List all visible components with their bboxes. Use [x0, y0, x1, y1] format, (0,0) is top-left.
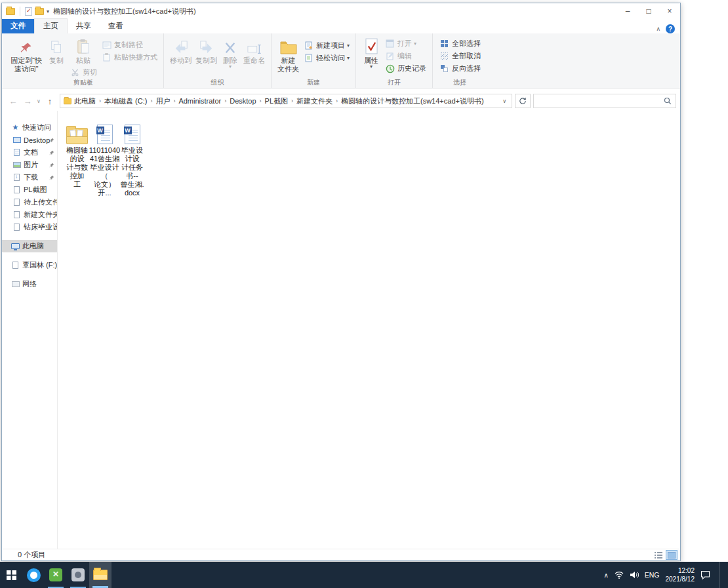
taskbar-file-explorer-button[interactable]: [89, 562, 111, 588]
search-input[interactable]: [538, 97, 664, 105]
properties-chevron-icon: ▾: [370, 65, 373, 69]
tab-file[interactable]: 文件: [2, 19, 34, 33]
copy-path-button[interactable]: 复制路径: [99, 39, 159, 51]
minimize-button[interactable]: –: [617, 3, 638, 19]
sidebar-item-quick-access[interactable]: ★ 快速访问: [2, 121, 57, 134]
select-group-label: 选择: [433, 78, 487, 87]
new-item-button[interactable]: 新建项目 ▾: [301, 39, 352, 52]
system-tray: ∧ ENG 12:02 2021/8/12: [603, 562, 728, 588]
clock-date: 2021/8/12: [666, 575, 695, 583]
move-to-icon: [174, 37, 188, 54]
cut-button[interactable]: 剪切: [68, 66, 99, 79]
tab-view[interactable]: 查看: [100, 19, 132, 33]
customize-qat-chevron-icon[interactable]: ▾: [47, 9, 49, 14]
desktop-icon: [12, 136, 21, 144]
breadcrumb-pl-screenshot[interactable]: PL截图: [263, 96, 290, 106]
wifi-icon[interactable]: [615, 571, 624, 579]
history-button[interactable]: 历史记录: [382, 62, 428, 75]
volume-icon[interactable]: [630, 571, 639, 579]
sidebar-item-desktop[interactable]: Desktop: [2, 134, 57, 146]
delete-chevron-icon: ▾: [229, 65, 232, 69]
clock[interactable]: 12:02 2021/8/12: [666, 566, 695, 583]
sidebar-item-pictures[interactable]: 图片: [2, 159, 57, 171]
move-to-label: 移动到: [170, 56, 192, 65]
copy-button[interactable]: 复制: [45, 36, 68, 66]
file-list: 椭圆轴的设 计与数控加 工 W 11011040 41曾生湘 毕业设计（ 论文）…: [58, 111, 680, 549]
collapse-ribbon-icon[interactable]: ∧: [656, 26, 660, 32]
tray-expand-chevron-icon[interactable]: ∧: [603, 572, 608, 579]
sidebar-item-new-folder[interactable]: 新建文件夹: [2, 208, 57, 221]
breadcrumb-current-folder[interactable]: 椭圆轴的设计与数控加工(sw14+cad+说明书): [339, 96, 486, 106]
close-button[interactable]: ×: [659, 3, 680, 19]
file-item-word-doc-2[interactable]: W 毕业设计设 计任务书-- 曾生湘. docx: [119, 117, 146, 197]
delete-button[interactable]: 删除 ▾: [219, 36, 241, 70]
invert-selection-button[interactable]: 反向选择: [437, 62, 483, 75]
breadcrumb-local-disk-c[interactable]: 本地磁盘 (C:): [102, 96, 149, 106]
up-icon[interactable]: ↑: [43, 96, 57, 106]
back-icon[interactable]: ←: [6, 96, 20, 106]
select-all-icon: [439, 39, 450, 49]
thumbnail-view-icon[interactable]: [666, 550, 677, 560]
drive-label: 覃国林 (F:): [22, 260, 57, 270]
taskbar-green-app-button[interactable]: [45, 562, 67, 588]
sidebar-item-documents[interactable]: 文档: [2, 146, 57, 159]
paste-shortcut-button[interactable]: 粘贴快捷方式: [99, 51, 159, 64]
tab-share[interactable]: 共享: [68, 19, 100, 33]
paste-label: 粘贴: [76, 56, 91, 65]
file-item-word-doc-1[interactable]: W 11011040 41曾生湘 毕业设计（ 论文）开...: [91, 117, 118, 197]
sidebar-item-label: 图片: [24, 160, 38, 170]
forward-icon[interactable]: →: [20, 96, 35, 106]
sidebar-item-pending-upload[interactable]: 待上传文件: [2, 196, 57, 208]
navigation-pane: ★ 快速访问 Desktop 文档 图片: [2, 111, 58, 549]
open-label: 打开: [397, 39, 412, 49]
restore-button[interactable]: □: [638, 3, 659, 19]
action-center-icon[interactable]: [700, 570, 710, 579]
taskbar-browser-button[interactable]: [22, 562, 45, 588]
taskbar-gray-app-button[interactable]: [67, 562, 89, 588]
select-none-button[interactable]: 全部取消: [437, 50, 483, 62]
copy-to-button[interactable]: 复制到: [193, 36, 219, 66]
breadcrumb-this-pc[interactable]: 此电脑: [72, 96, 98, 106]
show-desktop-button[interactable]: [719, 562, 721, 588]
search-box[interactable]: [533, 94, 676, 108]
easy-access-icon: [303, 53, 314, 63]
new-folder-button[interactable]: 新建 文件夹: [275, 36, 301, 75]
breadcrumb-administrator[interactable]: Administrator: [176, 97, 223, 105]
sidebar-item-drill-design[interactable]: 钻床毕业设计: [2, 221, 57, 233]
sidebar-item-label: 文档: [24, 147, 38, 157]
edit-button[interactable]: 编辑: [382, 50, 428, 62]
paste-button[interactable]: 粘贴: [68, 36, 99, 66]
properties-button[interactable]: 属性 ▾: [360, 36, 382, 70]
address-bar[interactable]: 此电脑 › 本地磁盘 (C:) › 用户 › Administrator › D…: [60, 94, 512, 108]
open-icon: [384, 39, 395, 49]
breadcrumb-desktop[interactable]: Desktop: [228, 97, 258, 105]
easy-access-button[interactable]: 轻松访问 ▾: [301, 52, 352, 64]
open-small-column: 打开 ▾ 编辑 历史记录: [382, 36, 428, 75]
sidebar-item-downloads[interactable]: 下载: [2, 171, 57, 184]
details-view-icon[interactable]: [653, 550, 664, 560]
recent-locations-chevron-icon[interactable]: ∨: [35, 98, 43, 104]
rename-button[interactable]: 重命名: [241, 36, 267, 66]
sidebar-item-network[interactable]: 网络: [2, 278, 57, 290]
breadcrumb-users[interactable]: 用户: [153, 96, 172, 106]
language-indicator[interactable]: ENG: [645, 571, 660, 579]
tab-home[interactable]: 主页: [34, 18, 68, 33]
properties-qat-icon[interactable]: [25, 7, 32, 16]
separator: [20, 7, 20, 16]
address-dropdown-chevron-icon[interactable]: ∨: [500, 98, 509, 104]
refresh-button[interactable]: [515, 94, 531, 108]
pin-to-quick-access-button[interactable]: 固定到“快速访问”: [7, 36, 45, 75]
sidebar-item-this-pc[interactable]: 此电脑: [2, 240, 57, 252]
open-button[interactable]: 打开 ▾: [382, 37, 428, 50]
clipboard-group-label: 剪贴板: [3, 78, 163, 87]
help-icon[interactable]: ?: [666, 24, 675, 33]
breadcrumb-new-folder[interactable]: 新建文件夹: [294, 96, 334, 106]
new-folder-qat-icon[interactable]: [35, 8, 44, 15]
file-item-folder[interactable]: 椭圆轴的设 计与数控加 工: [64, 117, 91, 189]
select-all-button[interactable]: 全部选择: [437, 37, 483, 50]
file-label: 11011040 41曾生湘 毕业设计（ 论文）开...: [89, 146, 120, 197]
sidebar-item-pl-screenshot[interactable]: PL截图: [2, 184, 57, 196]
start-button[interactable]: [0, 562, 22, 588]
move-to-button[interactable]: 移动到: [168, 36, 193, 66]
sidebar-item-drive-f[interactable]: 覃国林 (F:): [2, 259, 57, 271]
